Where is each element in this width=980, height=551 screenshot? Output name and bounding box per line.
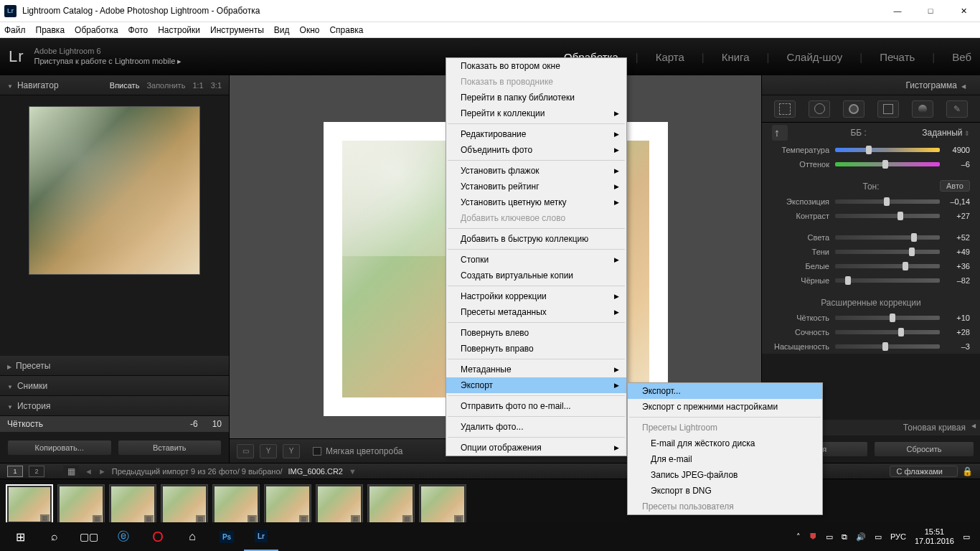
window-maximize-button[interactable]: □: [914, 0, 947, 22]
ctx-item[interactable]: Установить цветную метку▶: [446, 194, 626, 210]
crop-tool-icon[interactable]: [774, 100, 796, 118]
history-item[interactable]: Чёткость -6 10: [0, 416, 229, 433]
slider-Чёткость[interactable]: Чёткость+10: [762, 311, 980, 325]
opera-icon[interactable]: O: [141, 522, 175, 551]
filmstrip-thumb[interactable]: [367, 484, 415, 524]
fs-grid-icon[interactable]: ▦: [63, 466, 79, 477]
submenu-item[interactable]: Экспорт в DNG: [628, 483, 822, 499]
copy-button[interactable]: Копировать...: [7, 440, 112, 456]
tray-network-icon[interactable]: ⧉: [842, 532, 847, 542]
slider-Тени[interactable]: Тени+49: [762, 245, 980, 259]
ctx-item[interactable]: Редактирование▶: [446, 126, 626, 142]
histogram-header[interactable]: Гистограмма: [762, 75, 980, 95]
tray-clock[interactable]: 15:51 17.01.2016: [915, 527, 954, 546]
module-Слайд-шоу[interactable]: Слайд-шоу: [787, 51, 843, 63]
menu-вид[interactable]: Вид: [274, 25, 290, 35]
nav-zoom-1:1[interactable]: 1:1: [192, 81, 203, 90]
ctx-item[interactable]: Пресеты метаданных▶: [446, 304, 626, 320]
redeye-tool-icon[interactable]: [843, 100, 864, 118]
submenu-item[interactable]: E-mail для жёсткого диска: [628, 435, 822, 451]
edge-icon[interactable]: ⓔ: [106, 522, 141, 551]
spot-tool-icon[interactable]: [809, 100, 830, 118]
slider-Температура[interactable]: Температура4900: [762, 143, 980, 157]
ctx-item[interactable]: Экспорт▶: [446, 377, 626, 393]
gradient-tool-icon[interactable]: [877, 100, 899, 118]
ctx-item[interactable]: Перейти в папку библиотеки: [446, 90, 626, 105]
ctx-item[interactable]: Перейти к коллекции▶: [446, 105, 626, 121]
submenu-item[interactable]: Для e-mail: [628, 451, 822, 467]
tray-expand-icon[interactable]: ˄: [796, 532, 801, 542]
ctx-item[interactable]: Объединить фото▶: [446, 142, 626, 158]
fs-nav-fwd-icon[interactable]: ►: [98, 467, 106, 476]
slider-Насыщенность[interactable]: Насыщенность–3: [762, 339, 980, 354]
filmstrip-thumb[interactable]: [109, 484, 156, 524]
tray-input-icon[interactable]: ▭: [875, 532, 882, 542]
filter-lock-icon[interactable]: 🔒: [962, 466, 973, 476]
menu-инструменты[interactable]: Инструменты: [210, 25, 264, 35]
slider-Света[interactable]: Света+52: [762, 230, 980, 245]
module-Карта[interactable]: Карта: [656, 51, 684, 63]
slider-Чёрные[interactable]: Чёрные–82: [762, 273, 980, 288]
loupe-view-icon[interactable]: ▭: [237, 444, 254, 458]
radial-tool-icon[interactable]: [912, 100, 933, 118]
menu-обработка[interactable]: Обработка: [75, 25, 118, 35]
ctx-item[interactable]: Повернуть вправо: [446, 341, 626, 357]
submenu-item[interactable]: Экспорт с прежними настройками: [628, 399, 822, 415]
filmstrip-thumb[interactable]: [212, 484, 260, 524]
ctx-item[interactable]: Настройки коррекции▶: [446, 288, 626, 304]
menu-настройки[interactable]: Настройки: [158, 25, 200, 35]
home-icon[interactable]: ⌂: [175, 522, 209, 551]
nav-zoom-Заполнить[interactable]: Заполнить: [146, 81, 185, 90]
fs-nav-back-icon[interactable]: ◄: [85, 467, 93, 476]
submenu-item[interactable]: Экспорт...: [628, 383, 822, 399]
reset-button[interactable]: Сбросить: [874, 441, 974, 457]
slider-Белые[interactable]: Белые+36: [762, 259, 980, 273]
tray-volume-icon[interactable]: 🔊: [856, 532, 866, 542]
soft-proof-checkbox[interactable]: [313, 447, 321, 456]
menu-правка[interactable]: Правка: [36, 25, 65, 35]
ctx-item[interactable]: Повернуть влево: [446, 325, 626, 341]
snapshots-header[interactable]: Снимки: [0, 376, 229, 396]
auto-tone-button[interactable]: Авто: [940, 180, 970, 192]
menu-справка[interactable]: Справка: [329, 25, 363, 35]
ctx-item[interactable]: Добавить в быструю коллекцию: [446, 231, 626, 247]
before-after-y-icon[interactable]: Y: [260, 444, 277, 458]
filmstrip-thumb[interactable]: [6, 484, 53, 524]
tray-battery-icon[interactable]: ▭: [826, 532, 833, 542]
nav-zoom-Вписать[interactable]: Вписать: [110, 81, 140, 90]
tray-shield-icon[interactable]: ⛊: [809, 532, 817, 541]
ctx-item[interactable]: Создать виртуальные копии: [446, 268, 626, 283]
brush-tool-icon[interactable]: [946, 100, 968, 118]
search-icon[interactable]: ⌕: [37, 522, 72, 551]
filmstrip-thumb[interactable]: [57, 484, 105, 524]
slider-Контраст[interactable]: Контраст+27: [762, 209, 980, 223]
module-Книга[interactable]: Книга: [722, 51, 750, 63]
filmstrip-thumb[interactable]: [264, 484, 311, 524]
filmstrip[interactable]: [0, 479, 980, 529]
history-header[interactable]: История: [0, 396, 229, 416]
ctx-item[interactable]: Установить флажок▶: [446, 163, 626, 179]
lightroom-icon[interactable]: Lr: [244, 522, 278, 551]
wb-preset-select[interactable]: Заданный: [922, 128, 970, 138]
navigator-preview[interactable]: [0, 95, 229, 282]
module-Печать[interactable]: Печать: [880, 51, 915, 63]
before-after-yy-icon[interactable]: Y: [283, 444, 300, 458]
menu-файл[interactable]: Файл: [4, 25, 26, 35]
fs-primary-display-icon[interactable]: 1: [7, 466, 23, 477]
task-view-icon[interactable]: ▢▢: [72, 522, 106, 551]
ctx-item[interactable]: Стопки▶: [446, 252, 626, 268]
slider-Экспозиция[interactable]: Экспозиция–0,14: [762, 194, 980, 209]
fs-secondary-display-icon[interactable]: 2: [29, 466, 44, 477]
filter-select[interactable]: С флажками: [890, 466, 958, 477]
navigator-header[interactable]: Навигатор ВписатьЗаполнить1:13:1: [0, 75, 229, 95]
tray-notifications-icon[interactable]: ▭: [963, 532, 970, 542]
tray-language[interactable]: РУС: [890, 532, 906, 541]
filmstrip-thumb[interactable]: [419, 484, 466, 524]
presets-header[interactable]: Пресеты: [0, 356, 229, 376]
filmstrip-thumb[interactable]: [316, 484, 363, 524]
start-button[interactable]: ⊞: [3, 522, 37, 551]
window-minimize-button[interactable]: —: [881, 0, 914, 22]
submenu-item[interactable]: Запись JPEG-файлов: [628, 467, 822, 483]
nav-zoom-3:1[interactable]: 3:1: [211, 81, 222, 90]
header-mobile-link[interactable]: Приступая к работе с Lightroom mobile ▸: [34, 57, 182, 65]
